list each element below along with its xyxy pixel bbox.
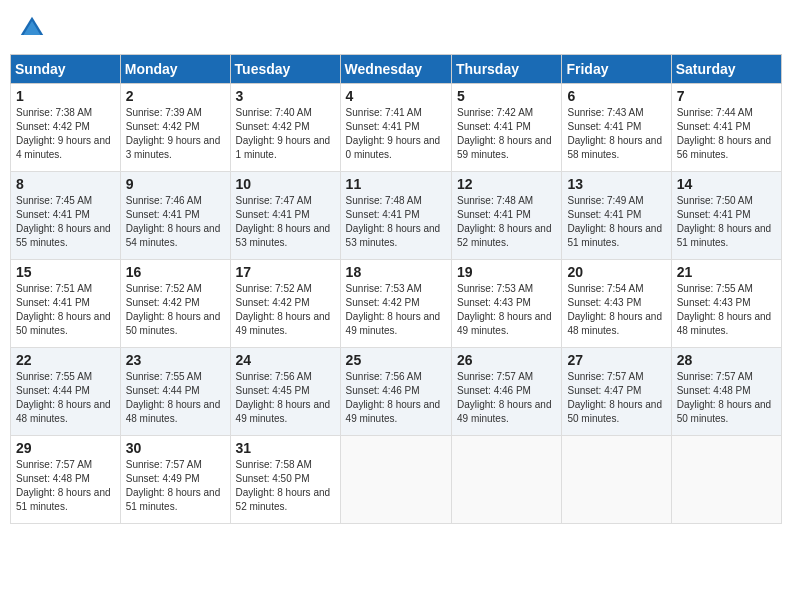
calendar-cell: 17Sunrise: 7:52 AMSunset: 4:42 PMDayligh… [230, 260, 340, 348]
day-number: 5 [457, 88, 556, 104]
calendar-cell: 18Sunrise: 7:53 AMSunset: 4:42 PMDayligh… [340, 260, 451, 348]
day-number: 19 [457, 264, 556, 280]
calendar-header-row: SundayMondayTuesdayWednesdayThursdayFrid… [11, 55, 782, 84]
calendar-cell: 3Sunrise: 7:40 AMSunset: 4:42 PMDaylight… [230, 84, 340, 172]
day-detail: Sunrise: 7:44 AMSunset: 4:41 PMDaylight:… [677, 106, 776, 162]
col-header-wednesday: Wednesday [340, 55, 451, 84]
day-detail: Sunrise: 7:58 AMSunset: 4:50 PMDaylight:… [236, 458, 335, 514]
day-number: 15 [16, 264, 115, 280]
calendar-cell: 2Sunrise: 7:39 AMSunset: 4:42 PMDaylight… [120, 84, 230, 172]
page-header [10, 10, 782, 46]
col-header-friday: Friday [562, 55, 671, 84]
logo [18, 14, 50, 42]
calendar-cell: 14Sunrise: 7:50 AMSunset: 4:41 PMDayligh… [671, 172, 781, 260]
col-header-saturday: Saturday [671, 55, 781, 84]
day-number: 13 [567, 176, 665, 192]
day-detail: Sunrise: 7:54 AMSunset: 4:43 PMDaylight:… [567, 282, 665, 338]
calendar-week-row: 22Sunrise: 7:55 AMSunset: 4:44 PMDayligh… [11, 348, 782, 436]
day-detail: Sunrise: 7:51 AMSunset: 4:41 PMDaylight:… [16, 282, 115, 338]
day-detail: Sunrise: 7:55 AMSunset: 4:44 PMDaylight:… [126, 370, 225, 426]
calendar-week-row: 15Sunrise: 7:51 AMSunset: 4:41 PMDayligh… [11, 260, 782, 348]
day-number: 23 [126, 352, 225, 368]
day-detail: Sunrise: 7:57 AMSunset: 4:49 PMDaylight:… [126, 458, 225, 514]
day-number: 29 [16, 440, 115, 456]
day-detail: Sunrise: 7:41 AMSunset: 4:41 PMDaylight:… [346, 106, 446, 162]
day-number: 4 [346, 88, 446, 104]
calendar-cell: 12Sunrise: 7:48 AMSunset: 4:41 PMDayligh… [451, 172, 561, 260]
day-detail: Sunrise: 7:48 AMSunset: 4:41 PMDaylight:… [457, 194, 556, 250]
calendar-cell: 10Sunrise: 7:47 AMSunset: 4:41 PMDayligh… [230, 172, 340, 260]
calendar-cell: 15Sunrise: 7:51 AMSunset: 4:41 PMDayligh… [11, 260, 121, 348]
calendar-cell: 11Sunrise: 7:48 AMSunset: 4:41 PMDayligh… [340, 172, 451, 260]
day-number: 31 [236, 440, 335, 456]
calendar-cell [562, 436, 671, 524]
calendar-cell: 1Sunrise: 7:38 AMSunset: 4:42 PMDaylight… [11, 84, 121, 172]
col-header-monday: Monday [120, 55, 230, 84]
day-detail: Sunrise: 7:39 AMSunset: 4:42 PMDaylight:… [126, 106, 225, 162]
day-detail: Sunrise: 7:42 AMSunset: 4:41 PMDaylight:… [457, 106, 556, 162]
day-detail: Sunrise: 7:43 AMSunset: 4:41 PMDaylight:… [567, 106, 665, 162]
day-number: 1 [16, 88, 115, 104]
calendar-cell: 7Sunrise: 7:44 AMSunset: 4:41 PMDaylight… [671, 84, 781, 172]
day-detail: Sunrise: 7:52 AMSunset: 4:42 PMDaylight:… [126, 282, 225, 338]
day-detail: Sunrise: 7:55 AMSunset: 4:44 PMDaylight:… [16, 370, 115, 426]
day-number: 11 [346, 176, 446, 192]
calendar-cell: 24Sunrise: 7:56 AMSunset: 4:45 PMDayligh… [230, 348, 340, 436]
day-detail: Sunrise: 7:55 AMSunset: 4:43 PMDaylight:… [677, 282, 776, 338]
day-number: 22 [16, 352, 115, 368]
day-detail: Sunrise: 7:57 AMSunset: 4:47 PMDaylight:… [567, 370, 665, 426]
calendar-cell: 21Sunrise: 7:55 AMSunset: 4:43 PMDayligh… [671, 260, 781, 348]
calendar-cell: 31Sunrise: 7:58 AMSunset: 4:50 PMDayligh… [230, 436, 340, 524]
calendar-cell: 22Sunrise: 7:55 AMSunset: 4:44 PMDayligh… [11, 348, 121, 436]
day-number: 25 [346, 352, 446, 368]
calendar-cell: 16Sunrise: 7:52 AMSunset: 4:42 PMDayligh… [120, 260, 230, 348]
col-header-sunday: Sunday [11, 55, 121, 84]
day-number: 10 [236, 176, 335, 192]
day-number: 6 [567, 88, 665, 104]
day-detail: Sunrise: 7:52 AMSunset: 4:42 PMDaylight:… [236, 282, 335, 338]
calendar-week-row: 1Sunrise: 7:38 AMSunset: 4:42 PMDaylight… [11, 84, 782, 172]
calendar-cell: 6Sunrise: 7:43 AMSunset: 4:41 PMDaylight… [562, 84, 671, 172]
day-detail: Sunrise: 7:56 AMSunset: 4:46 PMDaylight:… [346, 370, 446, 426]
day-number: 9 [126, 176, 225, 192]
day-detail: Sunrise: 7:49 AMSunset: 4:41 PMDaylight:… [567, 194, 665, 250]
day-number: 3 [236, 88, 335, 104]
day-detail: Sunrise: 7:57 AMSunset: 4:48 PMDaylight:… [16, 458, 115, 514]
day-number: 17 [236, 264, 335, 280]
day-detail: Sunrise: 7:50 AMSunset: 4:41 PMDaylight:… [677, 194, 776, 250]
calendar-week-row: 8Sunrise: 7:45 AMSunset: 4:41 PMDaylight… [11, 172, 782, 260]
day-number: 18 [346, 264, 446, 280]
calendar-cell: 23Sunrise: 7:55 AMSunset: 4:44 PMDayligh… [120, 348, 230, 436]
day-number: 28 [677, 352, 776, 368]
calendar-cell: 29Sunrise: 7:57 AMSunset: 4:48 PMDayligh… [11, 436, 121, 524]
day-number: 21 [677, 264, 776, 280]
day-detail: Sunrise: 7:47 AMSunset: 4:41 PMDaylight:… [236, 194, 335, 250]
col-header-tuesday: Tuesday [230, 55, 340, 84]
calendar-cell: 20Sunrise: 7:54 AMSunset: 4:43 PMDayligh… [562, 260, 671, 348]
calendar-cell: 26Sunrise: 7:57 AMSunset: 4:46 PMDayligh… [451, 348, 561, 436]
day-detail: Sunrise: 7:57 AMSunset: 4:48 PMDaylight:… [677, 370, 776, 426]
day-number: 27 [567, 352, 665, 368]
calendar-cell: 13Sunrise: 7:49 AMSunset: 4:41 PMDayligh… [562, 172, 671, 260]
calendar-table: SundayMondayTuesdayWednesdayThursdayFrid… [10, 54, 782, 524]
calendar-cell: 5Sunrise: 7:42 AMSunset: 4:41 PMDaylight… [451, 84, 561, 172]
logo-icon [18, 14, 46, 42]
day-number: 14 [677, 176, 776, 192]
day-detail: Sunrise: 7:46 AMSunset: 4:41 PMDaylight:… [126, 194, 225, 250]
calendar-cell: 27Sunrise: 7:57 AMSunset: 4:47 PMDayligh… [562, 348, 671, 436]
day-detail: Sunrise: 7:56 AMSunset: 4:45 PMDaylight:… [236, 370, 335, 426]
calendar-cell [451, 436, 561, 524]
day-number: 16 [126, 264, 225, 280]
day-number: 12 [457, 176, 556, 192]
calendar-cell: 9Sunrise: 7:46 AMSunset: 4:41 PMDaylight… [120, 172, 230, 260]
day-number: 7 [677, 88, 776, 104]
day-number: 26 [457, 352, 556, 368]
day-number: 24 [236, 352, 335, 368]
day-detail: Sunrise: 7:53 AMSunset: 4:42 PMDaylight:… [346, 282, 446, 338]
calendar-cell: 19Sunrise: 7:53 AMSunset: 4:43 PMDayligh… [451, 260, 561, 348]
calendar-week-row: 29Sunrise: 7:57 AMSunset: 4:48 PMDayligh… [11, 436, 782, 524]
day-number: 2 [126, 88, 225, 104]
day-number: 30 [126, 440, 225, 456]
calendar-cell: 8Sunrise: 7:45 AMSunset: 4:41 PMDaylight… [11, 172, 121, 260]
day-detail: Sunrise: 7:45 AMSunset: 4:41 PMDaylight:… [16, 194, 115, 250]
